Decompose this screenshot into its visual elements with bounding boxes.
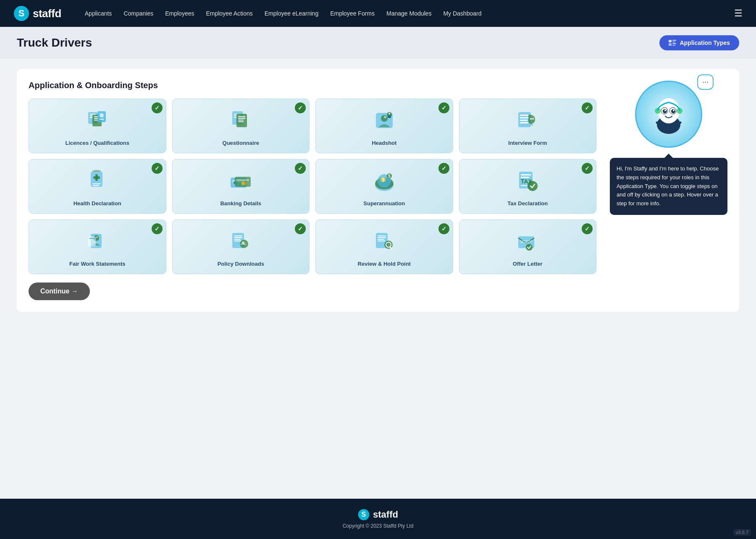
svg-rect-75: [234, 239, 241, 240]
svg-point-69: [96, 236, 98, 238]
step-card-super[interactable]: ✓$$Superannuation: [315, 159, 453, 214]
svg-point-97: [664, 110, 666, 111]
help-bubble: Hi, I'm Staffy and I'm here to help. Cho…: [610, 158, 727, 215]
step-label-health: Health Declaration: [74, 200, 121, 207]
steps-grid: ✓Licences / Qualifications✓Questionnaire…: [29, 99, 596, 274]
step-card-policy[interactable]: ✓Policy Downloads: [172, 220, 310, 274]
step-check-questionnaire: ✓: [295, 102, 306, 113]
step-check-super: ✓: [438, 163, 449, 174]
step-icon-banking: [226, 166, 255, 196]
navbar-link-employee-actions[interactable]: Employee Actions: [206, 10, 252, 17]
step-card-health[interactable]: ✓Health Declaration: [29, 159, 166, 214]
step-card-licences[interactable]: ✓Licences / Qualifications: [29, 99, 166, 153]
svg-point-53: [243, 182, 247, 185]
svg-rect-3: [672, 40, 676, 41]
svg-rect-73: [234, 235, 242, 236]
svg-text:$: $: [382, 178, 385, 182]
navbar-logo[interactable]: S staffd: [13, 5, 61, 21]
version-badge: v3.6.7: [733, 529, 751, 536]
svg-point-32: [388, 113, 390, 115]
step-icon-interview: [513, 106, 542, 135]
application-types-button[interactable]: Application Types: [659, 35, 739, 50]
footer-logo-text: staffd: [373, 509, 398, 520]
svg-rect-70: [88, 236, 96, 246]
step-card-fairwork[interactable]: ✓Fair Work Statements: [29, 220, 166, 274]
step-label-policy: Policy Downloads: [218, 261, 264, 267]
svg-rect-18: [100, 119, 104, 120]
navbar-link-employees[interactable]: Employees: [165, 10, 194, 17]
navbar-links: ApplicantsCompaniesEmployeesEmployee Act…: [85, 10, 721, 17]
svg-rect-36: [520, 117, 529, 118]
svg-rect-83: [378, 241, 385, 241]
svg-point-40: [532, 118, 534, 120]
navbar-link-companies[interactable]: Companies: [123, 10, 153, 17]
step-card-tax[interactable]: ✓TAXTax Declaration: [459, 159, 597, 214]
footer-copyright: Copyright © 2023 Staffd Pty Ltd: [10, 523, 746, 529]
step-icon-policy: [226, 227, 255, 256]
step-label-headshot: Headshot: [372, 140, 396, 146]
svg-text:S: S: [362, 510, 366, 518]
svg-rect-43: [93, 176, 100, 179]
menu-icon[interactable]: ☰: [734, 8, 743, 19]
step-label-super: Superannuation: [363, 200, 405, 207]
step-icon-super: $$: [370, 166, 399, 196]
step-label-tax: Tax Declaration: [507, 200, 548, 207]
step-card-questionnaire[interactable]: ✓Questionnaire: [172, 99, 310, 153]
step-icon-health: [83, 166, 112, 196]
svg-text:$: $: [388, 174, 391, 178]
svg-rect-35: [520, 115, 529, 116]
svg-rect-80: [378, 235, 386, 236]
svg-text:S: S: [18, 8, 25, 18]
navbar-link-employee-forms[interactable]: Employee Forms: [330, 10, 375, 17]
svg-rect-27: [238, 121, 244, 122]
step-label-licences: Licences / Qualifications: [66, 140, 129, 146]
step-card-headshot[interactable]: ✓Headshot: [315, 99, 453, 153]
step-check-tax: ✓: [582, 163, 593, 174]
navbar-link-my-dashboard[interactable]: My Dashboard: [443, 10, 481, 17]
step-check-health: ✓: [152, 163, 163, 174]
svg-rect-9: [90, 114, 96, 115]
mascot-svg: [646, 89, 692, 139]
svg-point-29: [381, 115, 388, 122]
svg-point-98: [673, 110, 675, 111]
navbar-link-employee-elearning[interactable]: Employee eLearning: [265, 10, 318, 17]
svg-rect-25: [238, 118, 245, 119]
step-icon-fairwork: [83, 227, 112, 256]
step-check-interview: ✓: [582, 102, 593, 113]
footer-logo-icon: S: [358, 509, 370, 521]
step-card-offer[interactable]: ✓Offer Letter: [459, 220, 597, 274]
footer-logo: S staffd: [10, 509, 746, 521]
step-label-questionnaire: Questionnaire: [223, 140, 259, 146]
svg-rect-45: [92, 185, 99, 186]
svg-rect-33: [388, 115, 391, 118]
step-card-banking[interactable]: ✓Banking Details: [172, 159, 310, 214]
navbar-logo-text: staffd: [33, 7, 61, 20]
step-label-offer: Offer Letter: [513, 261, 543, 267]
svg-rect-71: [89, 238, 95, 239]
page-title: Truck Drivers: [17, 36, 92, 50]
continue-button[interactable]: Continue →: [29, 283, 90, 300]
svg-rect-88: [520, 241, 533, 241]
navbar-link-applicants[interactable]: Applicants: [85, 10, 112, 17]
step-check-offer: ✓: [582, 223, 593, 234]
svg-rect-89: [520, 242, 529, 243]
steps-section: Application & Onboarding Steps ✓Licences…: [29, 81, 596, 300]
step-icon-licences: [83, 106, 112, 135]
svg-rect-44: [92, 183, 101, 184]
navbar-link-manage-modules[interactable]: Manage Modules: [386, 10, 431, 17]
svg-rect-50: [235, 177, 251, 187]
step-card-interview[interactable]: ✓Interview Form: [459, 99, 597, 153]
svg-rect-76: [234, 241, 242, 241]
svg-rect-6: [672, 43, 676, 44]
svg-point-17: [100, 113, 104, 118]
step-check-licences: ✓: [152, 102, 163, 113]
svg-rect-38: [520, 122, 528, 123]
step-check-headshot: ✓: [438, 102, 449, 113]
step-card-review[interactable]: ✓Review & Hold Point: [315, 220, 453, 274]
page-header: Truck Drivers Application Types: [0, 27, 756, 59]
step-icon-tax: TAX: [513, 166, 542, 196]
step-label-review: Review & Hold Point: [358, 261, 411, 267]
svg-rect-65: [521, 185, 528, 186]
svg-rect-37: [520, 120, 528, 121]
svg-rect-4: [672, 42, 675, 42]
